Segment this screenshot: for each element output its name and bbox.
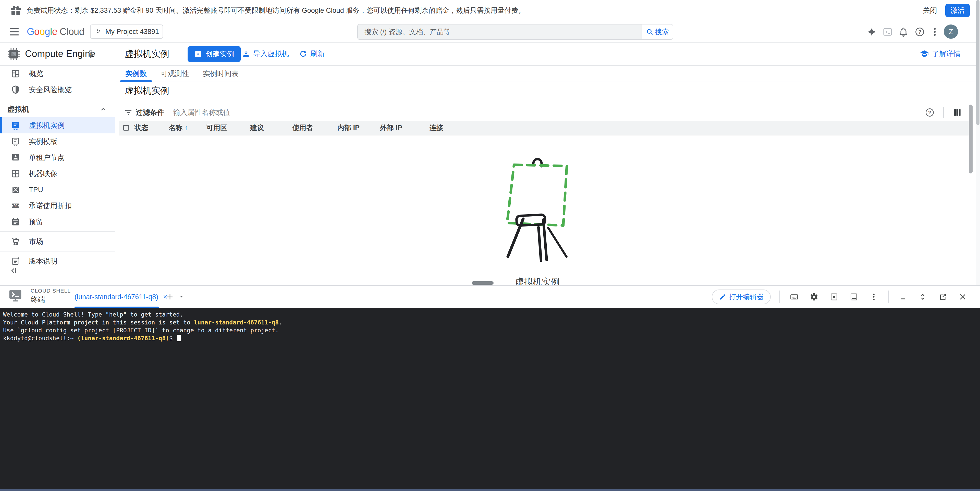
gemini-icon[interactable] bbox=[865, 25, 878, 38]
hamburger-menu-icon[interactable] bbox=[8, 25, 21, 38]
shell-bottom-strip bbox=[0, 489, 980, 491]
search-button[interactable]: 搜索 bbox=[641, 24, 673, 39]
column-header-4[interactable]: 使用者 bbox=[293, 123, 337, 132]
tab-0[interactable]: 实例数 bbox=[118, 65, 154, 82]
search-input[interactable] bbox=[358, 24, 641, 39]
column-header-5[interactable]: 内部 IP bbox=[337, 123, 380, 132]
create-instance-icon bbox=[194, 50, 202, 58]
top-nav: Google Cloud My Project 43891 搜索 ? bbox=[0, 21, 980, 43]
shell-toolbar: 打开编辑器 bbox=[712, 286, 968, 308]
sidebar-item-discount[interactable]: %承诺使用折扣 bbox=[0, 198, 115, 214]
sidebar-item-tpu[interactable]: TPU bbox=[0, 182, 115, 198]
google-cloud-logo[interactable]: Google Cloud bbox=[27, 21, 84, 42]
svg-text:?: ? bbox=[928, 110, 931, 115]
sidebar-divider bbox=[0, 231, 115, 232]
column-header-7[interactable]: 连接 bbox=[430, 123, 468, 132]
pin-icon[interactable] bbox=[86, 49, 95, 59]
user-avatar[interactable]: Z bbox=[944, 24, 958, 39]
security-icon bbox=[11, 85, 20, 94]
sidebar-item-market[interactable]: 市场 bbox=[0, 234, 115, 249]
sidebar-item-image[interactable]: 机器映像 bbox=[0, 165, 115, 182]
sidebar-item-node[interactable]: 单租户节点 bbox=[0, 149, 115, 165]
banner-activate-button[interactable]: 激活 bbox=[945, 4, 970, 17]
sidebar-item-label: 机器映像 bbox=[29, 169, 57, 178]
close-shell-icon[interactable] bbox=[957, 291, 968, 302]
market-icon bbox=[11, 237, 20, 246]
import-icon bbox=[242, 50, 250, 58]
shell-more-options-icon[interactable] bbox=[868, 291, 880, 302]
terminal-label: 终端 bbox=[30, 295, 71, 305]
dock-panel-icon[interactable] bbox=[848, 291, 859, 302]
column-header-2[interactable]: 可用区 bbox=[207, 123, 250, 132]
expand-panel-icon[interactable] bbox=[917, 291, 928, 302]
notifications-bell-icon[interactable] bbox=[897, 25, 910, 38]
page-title: 虚拟机实例 bbox=[124, 43, 169, 65]
svg-text:%: % bbox=[14, 204, 18, 208]
tab-2[interactable]: 实例时间表 bbox=[196, 65, 245, 82]
content-scrollbar-thumb[interactable] bbox=[969, 105, 973, 173]
tab-1[interactable]: 可观测性 bbox=[154, 65, 196, 82]
column-header-6[interactable]: 外部 IP bbox=[380, 123, 430, 132]
sidebar-item-security[interactable]: 安全风险概览 bbox=[0, 82, 115, 98]
sidebar-divider bbox=[0, 251, 115, 251]
settings-gear-icon[interactable] bbox=[808, 291, 820, 302]
overview-icon bbox=[11, 69, 20, 78]
chevron-up-icon bbox=[100, 106, 107, 113]
help-icon[interactable]: ? bbox=[913, 25, 926, 38]
column-display-icon[interactable] bbox=[953, 108, 962, 117]
tab-list-caret-icon[interactable] bbox=[178, 293, 185, 300]
horizontal-scrollbar-thumb[interactable] bbox=[472, 281, 493, 284]
toolbar-divider bbox=[888, 291, 889, 303]
learn-more-link[interactable]: 了解详情 bbox=[920, 43, 961, 65]
open-in-new-window-icon[interactable] bbox=[937, 291, 948, 302]
sidebar-item-label: 虚拟机实例 bbox=[29, 121, 65, 130]
sidebar-item-template[interactable]: 实例模板 bbox=[0, 133, 115, 149]
project-icon bbox=[95, 28, 102, 35]
collapse-sidebar-icon bbox=[9, 266, 18, 275]
filter-help-icon[interactable]: ? bbox=[925, 108, 935, 117]
cloud-shell-icon[interactable] bbox=[881, 25, 894, 38]
banner-close-button[interactable]: 关闭 bbox=[923, 0, 937, 21]
filter-divider bbox=[943, 107, 944, 118]
cloud-shell-header: CLOUD SHELL 终端 (lunar-standard-467611-q8… bbox=[0, 285, 980, 308]
terminal-line: Your Cloud Platform project in this sess… bbox=[3, 319, 980, 326]
sidebar-item-label: 安全风险概览 bbox=[29, 85, 72, 95]
filter-label[interactable]: 过滤条件 bbox=[136, 108, 164, 117]
column-header-0[interactable]: 状态 bbox=[135, 123, 169, 132]
cloud-shell-kicker: CLOUD SHELL bbox=[30, 288, 71, 294]
logo-cloud-word: Cloud bbox=[60, 26, 84, 37]
page-scrollbar[interactable] bbox=[976, 0, 980, 285]
global-search: 搜索 bbox=[357, 24, 673, 40]
add-terminal-tab-icon[interactable] bbox=[163, 290, 177, 303]
filter-input[interactable] bbox=[173, 108, 925, 116]
shell-tab[interactable]: (lunar-standard-467611-q8) bbox=[75, 286, 169, 308]
select-all-checkbox[interactable] bbox=[123, 125, 129, 130]
web-preview-icon[interactable] bbox=[829, 291, 840, 302]
product-title: Compute Engine bbox=[25, 43, 95, 65]
gcp-console: 免费试用状态：剩余 $2,337.53 赠金和 90 天时间。激活完整账号即可不… bbox=[0, 0, 980, 491]
terminal-output[interactable]: Welcome to Cloud Shell! Type "help" to g… bbox=[0, 308, 980, 489]
sidebar-item-overview[interactable]: 概览 bbox=[0, 65, 115, 82]
sidebar-item-reservation[interactable]: 预留 bbox=[0, 214, 115, 230]
tabs-row: 实例数可观测性实例时间表 bbox=[115, 65, 980, 82]
keyboard-icon[interactable] bbox=[789, 291, 800, 302]
project-selector[interactable]: My Project 43891 bbox=[90, 24, 163, 39]
sidebar-collapse-button[interactable] bbox=[0, 263, 115, 278]
terminal-line: kkddytd@cloudshell:~ (lunar-standard-467… bbox=[3, 334, 980, 342]
column-header-1[interactable]: 名称↑ bbox=[169, 123, 207, 132]
trial-banner: 免费试用状态：剩余 $2,337.53 赠金和 90 天时间。激活完整账号即可不… bbox=[0, 0, 980, 21]
minimize-panel-icon[interactable] bbox=[897, 291, 908, 302]
refresh-button[interactable]: 刷新 bbox=[299, 43, 325, 65]
tpu-icon bbox=[11, 185, 20, 194]
sidebar-item-label: 实例模板 bbox=[29, 137, 57, 146]
terminal-cursor bbox=[177, 335, 181, 341]
sidebar-item-vm[interactable]: 虚拟机实例 bbox=[0, 117, 115, 133]
import-vm-button[interactable]: 导入虚拟机 bbox=[242, 43, 289, 65]
open-editor-button[interactable]: 打开编辑器 bbox=[712, 289, 771, 304]
sidebar-section-vm[interactable]: 虚拟机 bbox=[0, 101, 115, 117]
column-header-3[interactable]: 建议 bbox=[250, 123, 293, 132]
create-instance-button[interactable]: 创建实例 bbox=[188, 46, 241, 62]
more-options-icon[interactable] bbox=[928, 25, 942, 38]
page-scrollbar-thumb[interactable] bbox=[976, 0, 980, 125]
terminal-line: Welcome to Cloud Shell! Type "help" to g… bbox=[3, 311, 980, 319]
